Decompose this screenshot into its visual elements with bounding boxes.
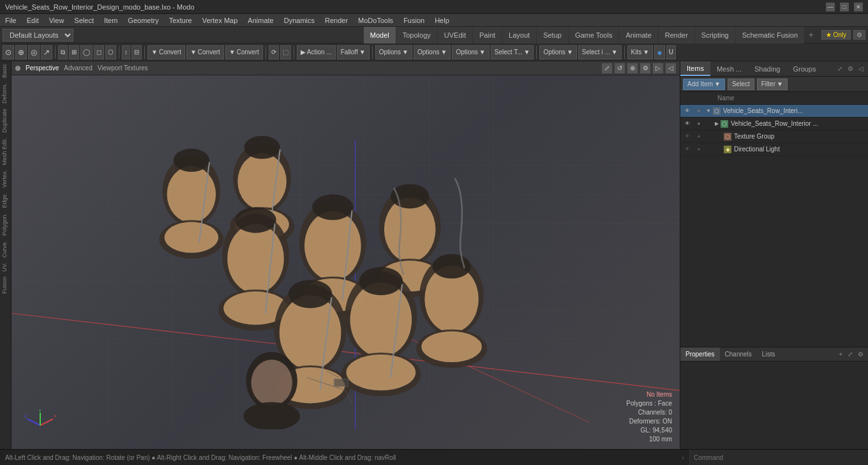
options-btn-1[interactable]: Options ▼ xyxy=(375,45,412,59)
select-mode-edge[interactable]: ⊕ xyxy=(15,45,27,59)
menu-geometry[interactable]: Geometry xyxy=(123,14,163,26)
viewport-settings-btn[interactable]: ⚙ xyxy=(640,63,650,73)
menu-vertexmap[interactable]: Vertex Map xyxy=(197,14,243,26)
viewport-expand-btn[interactable]: ▷ xyxy=(653,63,663,73)
filter-btn[interactable]: Filter ▼ xyxy=(757,79,788,90)
sidebar-fusion[interactable]: Fusion xyxy=(0,274,11,296)
layout-dropdown[interactable]: Default Layouts xyxy=(3,29,73,42)
menu-render[interactable]: Render xyxy=(320,14,353,26)
viewport-tab-advanced[interactable]: Advanced xyxy=(64,65,92,72)
gear-button[interactable]: ⚙ xyxy=(853,30,865,40)
sidebar-mesh-edit[interactable]: Mesh Edit. xyxy=(0,135,11,168)
item-row-1[interactable]: 👁 ● ▼ ⬡ Vehicle_Seats_Row_Interi... xyxy=(680,105,868,118)
rp-close-btn[interactable]: ◁ xyxy=(857,65,865,72)
select-mode-item[interactable]: ↗ xyxy=(41,45,52,59)
sidebar-deform[interactable]: Deform. xyxy=(0,80,11,106)
tab-render[interactable]: Render xyxy=(659,27,694,43)
convert-btn-2[interactable]: ▼ Convert xyxy=(186,45,224,59)
convert-btn-1[interactable]: ▼ Convert xyxy=(147,45,185,59)
viewport-tab-perspective[interactable]: Perspective xyxy=(26,65,59,72)
options-btn-3[interactable]: Options ▼ xyxy=(452,45,489,59)
tab-layout[interactable]: Layout xyxy=(502,27,536,43)
tool-lasso[interactable]: ⊞ xyxy=(69,45,79,59)
viewport-collapse-btn[interactable]: ◁ xyxy=(666,63,676,73)
tool-circle[interactable]: ◯ xyxy=(80,45,93,59)
tab-paint[interactable]: Paint xyxy=(473,27,502,43)
rp-expand-btn[interactable]: ⤢ xyxy=(835,65,844,72)
star-only-button[interactable]: ★ Only xyxy=(821,30,851,40)
menu-edit[interactable]: Edit xyxy=(22,14,44,26)
props-plus-btn[interactable]: + xyxy=(837,351,844,358)
tool-move[interactable]: ↕ xyxy=(122,45,130,59)
minimize-button[interactable]: — xyxy=(826,3,835,11)
menu-help[interactable]: Help xyxy=(430,14,454,26)
tab-uvedit[interactable]: UVEdit xyxy=(438,27,472,43)
rp-settings-btn[interactable]: ⚙ xyxy=(846,65,855,72)
rp-tab-items[interactable]: Items xyxy=(680,61,710,76)
props-tab-properties[interactable]: Properties xyxy=(680,347,720,361)
rp-tab-mesh[interactable]: Mesh ... xyxy=(710,61,748,76)
eye-icon-3[interactable]: 👁 xyxy=(683,132,692,141)
tab-scripting[interactable]: Scripting xyxy=(695,27,735,43)
eye-icon-4[interactable]: 👁 xyxy=(683,145,692,154)
menu-modotools[interactable]: MoDoTools xyxy=(353,14,398,26)
blue-sphere-btn[interactable]: ● xyxy=(654,45,664,59)
options-btn-4[interactable]: Options ▼ xyxy=(539,45,576,59)
action-btn[interactable]: ▶ Action ... xyxy=(297,45,336,59)
viewport-canvas[interactable]: No Items Polygons : Face Channels: 0 Def… xyxy=(11,75,680,449)
viewport-maximize-btn[interactable]: ⤢ xyxy=(602,63,612,73)
item-row-3[interactable]: 👁 ● ⬡ Texture Group xyxy=(680,130,868,143)
add-item-button[interactable]: Add Item ▼ xyxy=(683,79,725,90)
sidebar-duplicate[interactable]: Duplicate xyxy=(0,106,11,135)
rp-tab-shading[interactable]: Shading xyxy=(748,61,786,76)
menu-view[interactable]: View xyxy=(44,14,70,26)
rotate-btn[interactable]: ⟳ xyxy=(269,45,279,59)
sidebar-basic[interactable]: Basic xyxy=(0,61,11,80)
item-row-4[interactable]: 👁 ● ◈ Directional Light xyxy=(680,143,868,156)
eye-icon-1[interactable]: 👁 xyxy=(683,107,692,116)
tab-gametools[interactable]: Game Tools xyxy=(569,27,619,43)
frame-btn[interactable]: ⬚ xyxy=(280,45,291,59)
tool-rect[interactable]: ◻ xyxy=(94,45,104,59)
select-mode-vertex[interactable]: ⊙ xyxy=(3,45,14,59)
menu-dynamics[interactable]: Dynamics xyxy=(279,14,320,26)
select-type-btn[interactable]: Select T... ▼ xyxy=(491,45,534,59)
viewport-refresh-btn[interactable]: ↺ xyxy=(615,63,625,73)
menu-texture[interactable]: Texture xyxy=(164,14,197,26)
sidebar-vertex[interactable]: Vertex. xyxy=(0,167,11,190)
menu-select[interactable]: Select xyxy=(69,14,99,26)
add-tab-button[interactable]: + xyxy=(805,29,818,41)
viewport-zoom-btn[interactable]: ⊕ xyxy=(627,63,638,73)
viewport-tab-textures[interactable]: Viewport Textures xyxy=(98,65,148,72)
options-btn-2[interactable]: Options ▼ xyxy=(414,45,451,59)
item-row-2[interactable]: 👁 ● ▶ ⬡ Vehicle_Seats_Row_Interior ... xyxy=(680,118,868,130)
maximize-button[interactable]: □ xyxy=(840,3,849,11)
menu-animate[interactable]: Animate xyxy=(243,14,278,26)
eye-icon-2[interactable]: 👁 xyxy=(683,119,692,128)
select-btn[interactable]: Select xyxy=(728,79,754,90)
sidebar-uv[interactable]: UV. xyxy=(0,260,11,274)
props-settings-btn[interactable]: ⚙ xyxy=(856,351,865,358)
sidebar-polygon[interactable]: Polygon. xyxy=(0,211,11,238)
rp-tab-groups[interactable]: Groups xyxy=(786,61,822,76)
tool-grid[interactable]: ⊟ xyxy=(131,45,142,59)
select-mode-polygon[interactable]: ◎ xyxy=(28,45,40,59)
command-input[interactable] xyxy=(694,454,864,461)
convert-btn-3[interactable]: ▼ Convert xyxy=(225,45,263,59)
tab-schematic-fusion[interactable]: Schematic Fusion xyxy=(736,27,804,43)
props-tab-lists[interactable]: Lists xyxy=(757,347,781,361)
menu-item[interactable]: Item xyxy=(99,14,123,26)
menu-file[interactable]: File xyxy=(0,14,22,26)
select-item-btn[interactable]: Select i ... ▼ xyxy=(578,45,622,59)
tool-box[interactable]: ⧉ xyxy=(58,45,68,59)
props-tab-channels[interactable]: Channels xyxy=(720,347,757,361)
sidebar-curve[interactable]: Curve. xyxy=(0,238,11,261)
tab-setup[interactable]: Setup xyxy=(537,27,568,43)
u-btn[interactable]: U xyxy=(666,45,676,59)
sidebar-edge[interactable]: Edge. xyxy=(0,190,11,211)
props-expand-btn[interactable]: ⤢ xyxy=(846,351,855,358)
tab-model[interactable]: Model xyxy=(364,27,396,43)
close-button[interactable]: ✕ xyxy=(854,3,863,11)
tab-topology[interactable]: Topology xyxy=(396,27,437,43)
falloff-btn[interactable]: Falloff ▼ xyxy=(337,45,370,59)
